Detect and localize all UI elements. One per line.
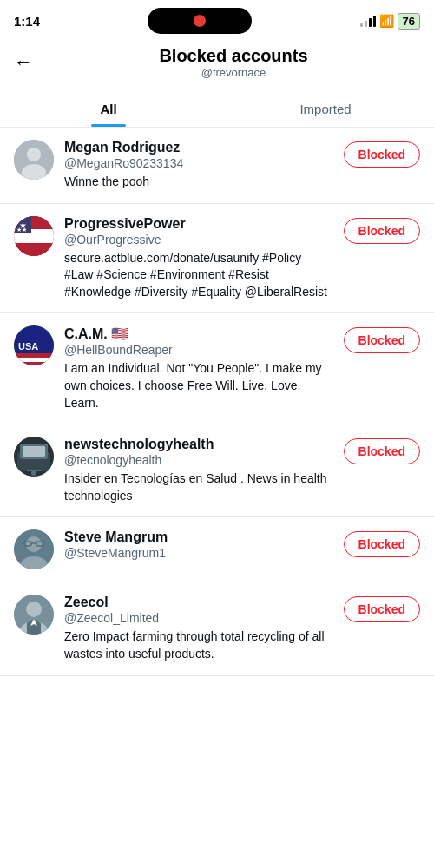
tab-all[interactable]: All	[0, 89, 217, 127]
account-name: C.A.M. 🇺🇸	[64, 326, 333, 342]
account-name: Megan Rodriguez	[64, 140, 333, 155]
dynamic-island	[148, 8, 252, 34]
status-icons: 📶 76	[360, 13, 420, 30]
back-button[interactable]: ←	[14, 51, 47, 74]
header-subtitle: @trevornace	[47, 66, 420, 79]
svg-rect-13	[14, 358, 54, 362]
account-handle: @OurProgressive	[64, 233, 333, 247]
svg-text:★★: ★★	[16, 227, 27, 233]
status-bar: 1:14 📶 76	[0, 0, 434, 38]
account-body: C.A.M. 🇺🇸 @HellBoundReaper I am an Indiv…	[64, 326, 333, 411]
account-body: newstechnologyhealth @tecnologyhealth In…	[64, 437, 333, 504]
header: ← Blocked accounts @trevornace	[0, 38, 434, 82]
battery-level: 76	[398, 13, 420, 30]
avatar	[14, 595, 54, 635]
account-handle: @SteveMangrum1	[64, 546, 333, 560]
svg-point-28	[26, 602, 42, 617]
account-list: Megan Rodriguez @MeganRo90233134 Winne t…	[0, 128, 434, 676]
svg-text:USA: USA	[18, 341, 38, 352]
account-bio: Zero Impact farming through total recycl…	[64, 628, 333, 662]
account-body: ProgressivePower @OurProgressive secure.…	[64, 216, 333, 301]
svg-rect-12	[14, 353, 54, 358]
list-item: Megan Rodriguez @MeganRo90233134 Winne t…	[0, 128, 434, 204]
svg-point-22	[26, 536, 42, 552]
account-body: Steve Mangrum @SteveMangrum1	[64, 529, 333, 563]
account-body: Zeecol @Zeecol_Limited Zero Impact farmi…	[64, 595, 333, 662]
account-bio: Winne the pooh	[64, 174, 333, 191]
account-bio: secure.actblue.com/donate/usaunify #Poli…	[64, 250, 333, 301]
svg-rect-14	[14, 362, 54, 365]
account-handle: @MeganRo90233134	[64, 156, 333, 170]
account-name: Zeecol	[64, 595, 333, 610]
account-handle: @Zeecol_Limited	[64, 611, 333, 625]
list-item: newstechnologyhealth @tecnologyhealth In…	[0, 424, 434, 517]
svg-rect-18	[23, 446, 45, 457]
list-item: USA C.A.M. 🇺🇸 @HellBoundReaper I am an I…	[0, 313, 434, 424]
block-button[interactable]: Blocked	[344, 327, 420, 353]
header-center: Blocked accounts @trevornace	[47, 45, 420, 79]
account-handle: @tecnologyhealth	[64, 453, 333, 467]
account-name: Steve Mangrum	[64, 529, 333, 545]
avatar	[14, 140, 54, 180]
avatar: USA	[14, 326, 54, 365]
account-name: ProgressivePower	[64, 216, 333, 232]
status-time: 1:14	[14, 14, 40, 29]
tab-imported[interactable]: Imported	[217, 89, 434, 127]
avatar	[14, 437, 54, 477]
avatar: ★ ★★	[14, 216, 54, 256]
svg-point-1	[27, 148, 41, 161]
svg-rect-20	[27, 470, 41, 471]
account-bio: I am an Individual. Not "You People". I …	[64, 360, 333, 411]
block-button[interactable]: Blocked	[344, 218, 420, 244]
list-item: ★ ★★ ProgressivePower @OurProgressive se…	[0, 204, 434, 314]
wifi-icon: 📶	[379, 14, 394, 28]
block-button[interactable]: Blocked	[344, 438, 420, 464]
account-name: newstechnologyhealth	[64, 437, 333, 452]
block-button[interactable]: Blocked	[344, 596, 420, 622]
page-title: Blocked accounts	[47, 45, 420, 66]
tabs-container: All Imported	[0, 89, 434, 128]
block-button[interactable]: Blocked	[344, 141, 420, 168]
status-dot	[194, 15, 206, 27]
block-button[interactable]: Blocked	[344, 531, 420, 557]
list-item: Zeecol @Zeecol_Limited Zero Impact farmi…	[0, 582, 434, 675]
account-bio: Insider en Tecnologías en Salud . News i…	[64, 470, 333, 504]
account-body: Megan Rodriguez @MeganRo90233134 Winne t…	[64, 140, 333, 191]
account-handle: @HellBoundReaper	[64, 343, 333, 357]
list-item: Steve Mangrum @SteveMangrum1 Blocked	[0, 517, 434, 582]
svg-rect-6	[14, 243, 54, 256]
avatar	[14, 529, 54, 569]
signal-icon	[360, 15, 376, 27]
